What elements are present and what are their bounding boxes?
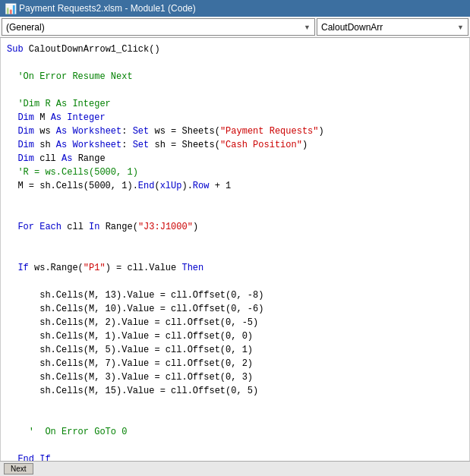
status-bar: Next bbox=[0, 461, 470, 476]
window-title: Payment Requests2.xlsm - Module1 (Code) bbox=[19, 3, 196, 14]
code-line bbox=[7, 84, 463, 97]
code-editor[interactable]: Sub CaloutDownArrow1_Click() 'On Error R… bbox=[0, 38, 470, 461]
general-combo[interactable]: (General) ▼ bbox=[2, 18, 315, 36]
code-line: sh.Cells(M, 3).Value = cll.Offset(0, 3) bbox=[7, 370, 463, 384]
code-line: Dim cll As Range bbox=[7, 152, 463, 165]
code-line: Sub CaloutDownArrow1_Click() bbox=[7, 43, 463, 56]
general-combo-arrow: ▼ bbox=[304, 24, 311, 31]
code-line: End If bbox=[7, 452, 463, 461]
code-line: Dim M As Integer bbox=[7, 111, 463, 125]
code-line bbox=[7, 411, 463, 425]
code-line: For Each cll In Range("J3:J1000") bbox=[7, 220, 463, 234]
code-line: Dim sh As Worksheet: Set sh = Sheets("Ca… bbox=[7, 138, 463, 152]
code-line bbox=[7, 193, 463, 206]
next-button[interactable]: Next bbox=[4, 463, 33, 474]
code-line bbox=[7, 234, 463, 247]
code-line: sh.Cells(M, 1).Value = cll.Offset(0, 0) bbox=[7, 329, 463, 343]
code-line bbox=[7, 56, 463, 70]
procedure-combo-arrow: ▼ bbox=[457, 24, 464, 31]
code-line: ' On Error GoTo 0 bbox=[7, 425, 463, 439]
code-line: M = sh.Cells(5000, 1).End(xlUp).Row + 1 bbox=[7, 179, 463, 193]
code-line bbox=[7, 439, 463, 452]
code-line: sh.Cells(M, 10).Value = cll.Offset(0, -6… bbox=[7, 302, 463, 316]
procedure-combo[interactable]: CaloutDownArr ▼ bbox=[317, 18, 468, 36]
title-bar: 📊 Payment Requests2.xlsm - Module1 (Code… bbox=[0, 0, 470, 17]
code-line bbox=[7, 206, 463, 220]
code-line: sh.Cells(M, 15).Value = cll.Offset(0, 5) bbox=[7, 384, 463, 398]
procedure-combo-label: CaloutDownArr bbox=[321, 22, 383, 33]
code-line: sh.Cells(M, 5).Value = cll.Offset(0, 1) bbox=[7, 343, 463, 357]
code-line bbox=[7, 275, 463, 288]
code-line: 'Dim R As Integer bbox=[7, 97, 463, 111]
code-line: 'R = ws.Cells(5000, 1) bbox=[7, 165, 463, 179]
code-line: sh.Cells(M, 7).Value = cll.Offset(0, 2) bbox=[7, 357, 463, 370]
code-line bbox=[7, 398, 463, 411]
excel-icon: 📊 bbox=[5, 3, 15, 14]
code-line: sh.Cells(M, 13).Value = cll.Offset(0, -8… bbox=[7, 288, 463, 302]
code-line: 'On Error Resume Next bbox=[7, 70, 463, 84]
code-line bbox=[7, 247, 463, 261]
code-line: If ws.Range("P1") = cll.Value Then bbox=[7, 261, 463, 275]
code-line: Dim ws As Worksheet: Set ws = Sheets("Pa… bbox=[7, 125, 463, 138]
code-line: sh.Cells(M, 2).Value = cll.Offset(0, -5) bbox=[7, 316, 463, 329]
toolbar: (General) ▼ CaloutDownArr ▼ bbox=[0, 17, 470, 38]
general-combo-label: (General) bbox=[6, 22, 45, 33]
